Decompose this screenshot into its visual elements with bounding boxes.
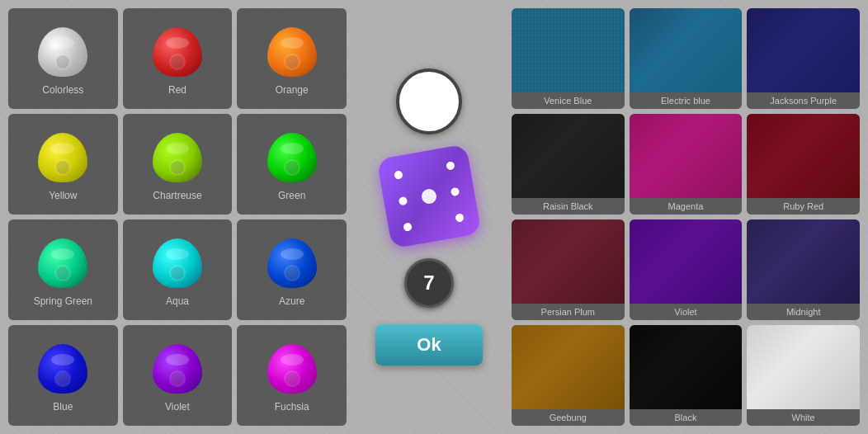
fabric-swatch-jacksons-purple[interactable]: Jacksons Purple: [747, 8, 860, 109]
dice-label-yellow: Yellow: [49, 190, 77, 201]
gem-shape: [267, 238, 317, 288]
dice-icon-colorless: [34, 23, 92, 81]
dice-label-chartreuse: Chartreuse: [153, 190, 201, 201]
fabric-label-magenta: Magenta: [630, 198, 743, 215]
dice-swatch-orange[interactable]: Orange: [237, 8, 347, 109]
dice-swatch-red[interactable]: Red: [123, 8, 233, 109]
fabric-swatch-geebung[interactable]: Geebung: [512, 325, 625, 426]
dice-dot: [455, 213, 465, 223]
dice-icon-blue: [34, 340, 92, 398]
fabric-swatch-midnight[interactable]: Midnight: [747, 219, 860, 320]
dice-swatch-chartreuse[interactable]: Chartreuse: [123, 114, 233, 215]
fabric-swatch-persian-plum[interactable]: Persian Plum: [512, 219, 625, 320]
fabric-label-jacksons-purple: Jacksons Purple: [747, 92, 860, 109]
number-badge: 7: [404, 258, 454, 308]
fabric-label-venice-blue: Venice Blue: [512, 92, 625, 109]
fabric-color-violet: [630, 219, 743, 304]
gem-shape: [153, 27, 202, 77]
center-panel: 7 Ok: [355, 0, 503, 434]
fabric-color-black: [630, 325, 743, 409]
fabric-swatch-ruby-red[interactable]: Ruby Red: [747, 114, 860, 215]
fabric-color-geebung: [512, 325, 625, 409]
fabric-swatch-raisin-black[interactable]: Raisin Black: [512, 114, 625, 215]
dice-dot: [451, 187, 460, 197]
fabric-label-ruby-red: Ruby Red: [747, 198, 860, 215]
fabric-label-geebung: Geebung: [512, 409, 625, 426]
fabric-color-raisin-black: [512, 114, 625, 198]
gem-shape: [267, 344, 317, 394]
dice-icon-yellow: [34, 129, 92, 186]
fabric-swatch-electric-blue[interactable]: Electric blue: [630, 8, 743, 109]
dice-label-violet: Violet: [165, 401, 190, 413]
fabric-swatch-magenta[interactable]: Magenta: [630, 114, 743, 215]
white-circle: [396, 68, 462, 134]
fabric-color-white: [747, 325, 860, 409]
gem-shape: [267, 27, 317, 77]
dice-swatch-spring-green[interactable]: Spring Green: [8, 219, 118, 320]
dice-icon-orange: [263, 23, 321, 81]
fabric-label-persian-plum: Persian Plum: [512, 304, 625, 320]
dice-swatch-colorless[interactable]: Colorless: [8, 8, 118, 109]
dice-icon-aqua: [149, 234, 206, 292]
fabric-color-midnight: [747, 219, 860, 304]
dice-label-colorless: Colorless: [42, 84, 83, 96]
fabric-swatch-black[interactable]: Black: [630, 325, 743, 426]
fabric-swatch-violet[interactable]: Violet: [630, 219, 743, 320]
dice-icon-violet: [149, 340, 206, 398]
fabric-label-black: Black: [630, 409, 743, 426]
dice-dot: [399, 196, 408, 206]
fabric-label-raisin-black: Raisin Black: [512, 198, 625, 215]
dice-swatch-green[interactable]: Green: [237, 114, 347, 215]
fabric-color-jacksons-purple: [747, 8, 860, 92]
fabric-label-white: White: [747, 409, 860, 426]
dice-label-blue: Blue: [53, 401, 73, 413]
badge-number: 7: [423, 271, 434, 295]
dice-color-panel: Colorless Red Orange Yellow: [0, 0, 355, 434]
fabric-label-violet: Violet: [630, 304, 743, 320]
purple-dice: [376, 144, 481, 248]
dice-swatch-yellow[interactable]: Yellow: [8, 114, 118, 215]
dice-dot: [394, 170, 403, 180]
ok-button[interactable]: Ok: [375, 324, 483, 366]
fabric-color-persian-plum: [512, 219, 625, 304]
dice-center-hole: [421, 188, 438, 205]
gem-shape: [38, 27, 87, 77]
dice-icon-green: [263, 129, 321, 186]
dice-label-green: Green: [278, 190, 305, 201]
gem-shape: [38, 133, 87, 182]
dice-label-aqua: Aqua: [166, 295, 189, 307]
dice-label-spring-green: Spring Green: [34, 295, 92, 307]
dice-icon-spring-green: [34, 234, 92, 292]
dice-dot: [403, 222, 413, 232]
dice-icon-azure: [263, 234, 321, 292]
fabric-color-electric-blue: [630, 8, 743, 92]
fabric-swatch-white[interactable]: White: [747, 325, 860, 426]
dice-swatch-fuchsia[interactable]: Fuchsia: [237, 325, 347, 426]
dice-icon-chartreuse: [149, 129, 206, 186]
dice-icon-red: [149, 23, 206, 81]
gem-shape: [153, 344, 202, 394]
dice-label-fuchsia: Fuchsia: [275, 401, 309, 413]
fabric-color-magenta: [630, 114, 743, 198]
fabric-swatch-venice-blue[interactable]: Venice Blue: [512, 8, 625, 109]
dice-dot: [446, 161, 455, 171]
gem-shape: [38, 344, 87, 394]
dice-swatch-violet[interactable]: Violet: [123, 325, 233, 426]
fabric-color-panel: Venice Blue Electric blue Jacksons Purpl…: [503, 0, 868, 434]
fabric-label-electric-blue: Electric blue: [630, 92, 743, 109]
dice-icon-fuchsia: [263, 340, 321, 398]
fabric-color-ruby-red: [747, 114, 860, 198]
fabric-color-venice-blue: [512, 8, 625, 92]
dice-label-azure: Azure: [279, 295, 304, 307]
fabric-label-midnight: Midnight: [747, 304, 860, 320]
dice-swatch-azure[interactable]: Azure: [237, 219, 347, 320]
dice-label-red: Red: [168, 84, 186, 96]
dice-label-orange: Orange: [276, 84, 309, 96]
gem-shape: [267, 133, 317, 182]
gem-shape: [153, 133, 202, 182]
dice-swatch-blue[interactable]: Blue: [8, 325, 118, 426]
dice-swatch-aqua[interactable]: Aqua: [123, 219, 233, 320]
gem-shape: [153, 238, 202, 288]
gem-shape: [38, 238, 87, 288]
